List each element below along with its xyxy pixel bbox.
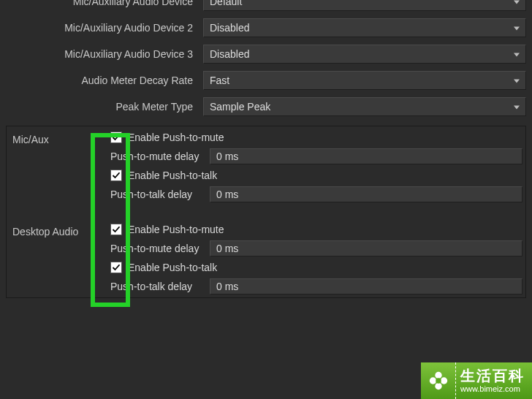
desktop-audio-push-to-mute-delay-label: Push-to-mute delay	[96, 243, 210, 254]
flower-icon	[428, 370, 449, 392]
decay-rate-dropdown[interactable]: Fast	[203, 71, 526, 90]
check-icon	[112, 171, 121, 180]
check-icon	[112, 133, 121, 142]
mic-aux-device-2-dropdown[interactable]: Disabled	[203, 18, 526, 37]
mic-aux-push-to-talk-delay-label: Push-to-talk delay	[96, 189, 210, 200]
desktop-audio-push-to-talk-delay-label: Push-to-talk delay	[96, 281, 210, 292]
desktop-audio-push-to-mute-checkbox[interactable]	[110, 224, 122, 235]
mic-aux-push-to-talk-label: Enable Push-to-talk	[128, 170, 217, 181]
watermark-title: 生活百科	[460, 368, 532, 383]
mic-aux-device-2-value: Disabled	[210, 22, 249, 34]
peak-meter-type-label: Peak Meter Type	[0, 101, 203, 113]
peak-meter-type-dropdown[interactable]: Sample Peak	[203, 97, 526, 116]
svg-point-3	[435, 383, 441, 390]
mic-aux-device-dropdown[interactable]: Default	[203, 0, 526, 11]
check-icon	[112, 225, 121, 234]
desktop-audio-push-to-talk-delay-value: 0 ms	[216, 281, 238, 292]
svg-point-1	[429, 377, 436, 384]
desktop-audio-push-to-talk-delay-spinbox[interactable]: 0 ms	[210, 278, 522, 294]
mic-aux-push-to-mute-delay-spinbox[interactable]: 0 ms	[210, 148, 522, 164]
mic-aux-push-to-talk-delay-value: 0 ms	[216, 189, 238, 200]
svg-point-0	[435, 372, 441, 379]
mic-aux-push-to-mute-delay-label: Push-to-mute delay	[96, 151, 210, 162]
desktop-audio-push-to-mute-delay-spinbox[interactable]: 0 ms	[210, 240, 522, 256]
mic-aux-device-value: Default	[210, 0, 242, 7]
mic-aux-device-label: Mic/Auxiliary Audio Device	[0, 0, 203, 7]
mic-aux-device-3-value: Disabled	[210, 48, 249, 60]
mic-aux-push-to-talk-checkbox[interactable]	[110, 170, 122, 181]
desktop-audio-push-to-talk-label: Enable Push-to-talk	[128, 262, 217, 273]
watermark-url: www.bimeiz.com	[460, 384, 532, 393]
mic-aux-group-title: Mic/Aux	[8, 128, 90, 220]
decay-rate-value: Fast	[210, 75, 229, 86]
mic-aux-push-to-mute-checkbox[interactable]	[110, 132, 122, 143]
mic-aux-device-3-dropdown[interactable]: Disabled	[203, 45, 526, 64]
desktop-audio-push-to-talk-checkbox[interactable]	[110, 262, 122, 273]
svg-point-2	[440, 377, 446, 384]
mic-aux-device-3-label: Mic/Auxiliary Audio Device 3	[0, 48, 203, 60]
watermark-badge: 生活百科 www.bimeiz.com	[421, 362, 532, 399]
desktop-audio-push-to-mute-label: Enable Push-to-mute	[128, 224, 224, 235]
peak-meter-type-value: Sample Peak	[210, 101, 270, 113]
mic-aux-device-2-label: Mic/Auxiliary Audio Device 2	[0, 22, 203, 34]
decay-rate-label: Audio Meter Decay Rate	[0, 75, 203, 86]
hotkeys-groupbox: Mic/Aux Enable Push-to-mute Push-to-mute…	[6, 126, 526, 298]
mic-aux-push-to-mute-delay-value: 0 ms	[216, 151, 238, 162]
svg-point-4	[436, 378, 441, 384]
desktop-audio-group-title: Desktop Audio	[8, 220, 90, 296]
watermark-logo	[421, 362, 456, 399]
mic-aux-push-to-talk-delay-spinbox[interactable]: 0 ms	[210, 186, 522, 202]
check-icon	[112, 263, 121, 272]
mic-aux-push-to-mute-label: Enable Push-to-mute	[128, 132, 224, 143]
desktop-audio-push-to-mute-delay-value: 0 ms	[216, 243, 238, 254]
